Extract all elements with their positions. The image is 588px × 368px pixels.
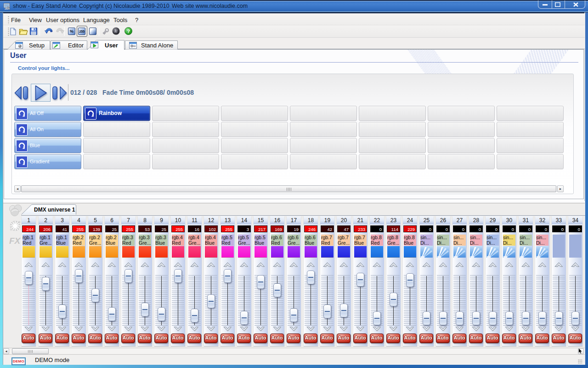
svg-text:?: ? [127, 29, 130, 34]
